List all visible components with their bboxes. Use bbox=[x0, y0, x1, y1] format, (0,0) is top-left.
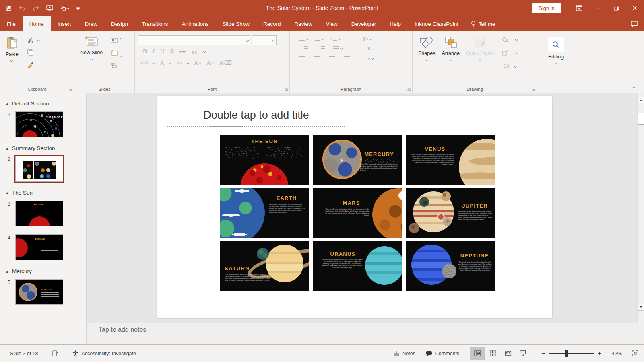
numbering-button[interactable] bbox=[315, 37, 324, 41]
clipboard-dialog-launcher[interactable]: ⇲ bbox=[69, 88, 72, 92]
tile-saturn[interactable]: SATURN The second-largest planet in our … bbox=[220, 241, 309, 291]
font-color-button[interactable]: A bbox=[160, 60, 165, 66]
tile-earth[interactable]: EARTH Earth is our home planet, the thir… bbox=[220, 188, 309, 238]
customize-qat-icon[interactable] bbox=[76, 6, 80, 10]
shape-outline-dropdown-icon[interactable] bbox=[515, 51, 518, 54]
tab-file[interactable]: File bbox=[0, 16, 23, 31]
restore-button[interactable] bbox=[607, 0, 625, 16]
minimize-button[interactable] bbox=[588, 0, 607, 16]
shape-effects-dropdown-icon[interactable] bbox=[514, 64, 517, 67]
columns-button[interactable] bbox=[333, 46, 342, 51]
tile-jupiter[interactable]: JUPITER The largest planet in the solar … bbox=[406, 188, 495, 238]
highlight-color-button[interactable]: ab✎ bbox=[140, 60, 149, 66]
tab-home[interactable]: Home bbox=[23, 16, 51, 31]
slide-thumbnail-2-selected[interactable] bbox=[15, 156, 63, 182]
tile-mercury[interactable]: ✶ MERCURY Mercury, the smallest planet i… bbox=[313, 135, 402, 185]
accessibility-checker-button[interactable]: Accessibility: Investigate bbox=[72, 350, 136, 357]
quick-styles-button[interactable]: Quick Styles bbox=[463, 34, 497, 71]
tab-inknoe-classpoint[interactable]: Inknoe ClassPoint bbox=[408, 16, 465, 31]
highlight-dropdown-icon[interactable] bbox=[153, 61, 156, 64]
zoom-slider-thumb[interactable] bbox=[565, 350, 568, 357]
font-color-dropdown-icon[interactable] bbox=[169, 61, 171, 64]
zoom-slider[interactable] bbox=[549, 353, 594, 354]
tab-transitions[interactable]: Transitions bbox=[135, 16, 175, 31]
normal-view-button[interactable] bbox=[470, 347, 485, 360]
scrollbar-thumb[interactable] bbox=[638, 113, 644, 125]
reset-slide-button[interactable] bbox=[109, 48, 119, 58]
tab-view[interactable]: View bbox=[319, 16, 345, 31]
tab-design[interactable]: Design bbox=[104, 16, 135, 31]
tab-review[interactable]: Review bbox=[288, 16, 319, 31]
slide-sorter-view-button[interactable] bbox=[485, 347, 500, 360]
collapse-ribbon-icon[interactable] bbox=[633, 86, 636, 89]
section-header-mercury[interactable]: Mercury bbox=[0, 266, 86, 277]
section-header-summary[interactable]: Summary Section bbox=[0, 143, 86, 154]
spacing-dropdown-icon[interactable] bbox=[203, 50, 206, 53]
touch-mouse-mode-icon[interactable] bbox=[60, 5, 69, 11]
save-icon[interactable] bbox=[6, 5, 12, 11]
notes-placeholder[interactable]: Tap to add notes bbox=[99, 326, 146, 333]
tab-animations[interactable]: Animations bbox=[175, 16, 216, 31]
tab-slide-show[interactable]: Slide Show bbox=[215, 16, 256, 31]
zoom-in-button[interactable]: + bbox=[598, 350, 601, 357]
slide-thumbnail-1[interactable]: THE SOLAR SYSTEM bbox=[15, 111, 63, 137]
tile-neptune[interactable]: NEPTUNE The fourth largest and eighth pl… bbox=[406, 241, 495, 291]
tile-the-sun[interactable]: THE SUN Our Sun is a 4.5 billion-year-ol… bbox=[220, 135, 309, 185]
tab-draw[interactable]: Draw bbox=[78, 16, 105, 31]
shape-fill-button[interactable] bbox=[500, 35, 510, 44]
start-slideshow-icon[interactable] bbox=[46, 5, 53, 11]
sign-in-button[interactable]: Sign in bbox=[532, 3, 561, 13]
fit-slide-to-window-button[interactable] bbox=[632, 350, 638, 356]
drawing-dialog-launcher[interactable]: ⇲ bbox=[532, 88, 535, 92]
vertical-scrollbar[interactable]: ▲ ▼ bbox=[637, 93, 644, 323]
ribbon-display-options-icon[interactable] bbox=[570, 0, 588, 16]
increase-indent-button[interactable]: → bbox=[316, 46, 325, 51]
shapes-button[interactable]: Shapes bbox=[415, 34, 438, 71]
slide-layout-button[interactable] bbox=[109, 35, 119, 45]
case-dropdown-icon[interactable] bbox=[187, 61, 190, 64]
font-name-combobox[interactable] bbox=[138, 35, 250, 45]
shape-fill-dropdown-icon[interactable] bbox=[515, 38, 518, 41]
align-text-button[interactable]: ⇅ bbox=[367, 46, 374, 51]
shape-effects-button[interactable] bbox=[502, 61, 511, 71]
title-placeholder[interactable]: Double tap to add title bbox=[167, 104, 345, 127]
decrease-font-size-button[interactable]: A˅ bbox=[206, 60, 214, 66]
change-case-button[interactable]: Aa bbox=[176, 60, 182, 66]
shape-outline-button[interactable] bbox=[500, 48, 510, 58]
convert-to-smartart-button[interactable]: ◲ bbox=[366, 56, 374, 61]
section-dropdown-icon[interactable] bbox=[120, 54, 123, 57]
line-spacing-button[interactable]: ↕ bbox=[330, 37, 341, 41]
character-spacing-button[interactable]: A̲V̲ bbox=[192, 49, 198, 54]
layout-dropdown-icon[interactable] bbox=[120, 37, 123, 39]
arrange-button[interactable]: Arrange bbox=[438, 34, 462, 71]
justify-button[interactable] bbox=[344, 56, 350, 60]
tile-mars[interactable]: MARS Mars, a cold, dry, dusty planet wit… bbox=[313, 188, 402, 238]
new-slide-button[interactable]: New Slide bbox=[77, 34, 106, 70]
slide-thumbnail-5[interactable]: MERCURY bbox=[15, 279, 63, 305]
text-direction-button[interactable]: ∥A bbox=[363, 36, 372, 41]
comments-toggle-button[interactable]: Comments bbox=[426, 351, 459, 356]
italic-button[interactable]: I bbox=[153, 48, 155, 55]
zoom-out-button[interactable]: − bbox=[541, 350, 545, 357]
tile-uranus[interactable]: URANUS The seventh planet from the Sun i… bbox=[313, 241, 402, 291]
notes-toggle-button[interactable]: Notes bbox=[394, 351, 415, 356]
scroll-up-button[interactable]: ▲ bbox=[638, 97, 644, 103]
spell-check-button[interactable] bbox=[52, 350, 58, 357]
tab-insert[interactable]: Insert bbox=[51, 16, 78, 31]
bullets-button[interactable] bbox=[299, 37, 308, 41]
paragraph-dialog-launcher[interactable]: ⇲ bbox=[407, 88, 411, 92]
tab-developer[interactable]: Developer bbox=[345, 16, 383, 31]
align-right-button[interactable] bbox=[329, 56, 335, 60]
tile-venus[interactable]: VENUS Venus is Earth's closest planetary… bbox=[406, 135, 495, 185]
clear-formatting-button[interactable]: A⌫ bbox=[219, 59, 232, 66]
underline-button[interactable]: U bbox=[160, 48, 165, 55]
increase-font-size-button[interactable]: A˄ bbox=[194, 60, 202, 66]
cut-button[interactable] bbox=[26, 35, 35, 45]
copy-dropdown-icon[interactable] bbox=[37, 39, 40, 42]
section-header-default[interactable]: Default Section bbox=[0, 98, 86, 109]
strikethrough-button[interactable]: abc bbox=[179, 49, 186, 55]
paste-button[interactable]: Paste bbox=[2, 34, 22, 69]
format-painter-button[interactable] bbox=[26, 60, 35, 69]
comments-panel-icon[interactable] bbox=[631, 16, 644, 31]
close-button[interactable] bbox=[625, 0, 644, 16]
